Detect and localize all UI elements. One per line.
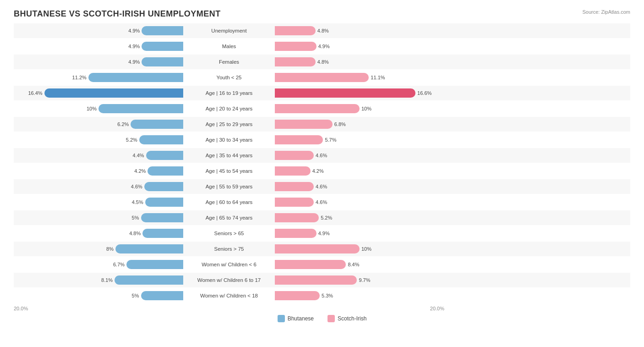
value-left: 4.6%: [131, 184, 142, 189]
bar-right-container: 5.3%: [275, 291, 444, 300]
bar-left-container: 5%: [14, 291, 183, 300]
row-label: Age | 35 to 44 years: [183, 153, 275, 158]
bar-right: 11.1%: [275, 73, 369, 82]
bar-right-container: 10%: [275, 244, 444, 253]
bar-left-container: 4.2%: [14, 166, 183, 176]
value-right: 11.1%: [371, 75, 385, 80]
bar-right: 10%: [275, 104, 360, 113]
bar-right-container: 11.1%: [275, 73, 444, 82]
value-right: 10%: [361, 106, 371, 111]
chart-row: 8.1% Women w/ Children 6 to 17 9.7%: [14, 273, 630, 287]
chart-row: 5% Women w/ Children < 18 5.3%: [14, 288, 630, 303]
legend: Bhutanese Scotch-Irish: [14, 315, 630, 322]
bar-right-container: 4.9%: [275, 42, 444, 51]
axis-row: 20.0% 20.0%: [14, 306, 630, 311]
chart-row: 10% Age | 20 to 24 years 10%: [14, 101, 630, 116]
bar-left: 4.9%: [142, 57, 183, 66]
chart-row: 5% Age | 65 to 74 years 5.2%: [14, 210, 630, 225]
bar-left-container: 4.4%: [14, 151, 183, 160]
bar-left-container: 4.9%: [14, 57, 183, 66]
bar-left-container: 11.2%: [14, 73, 183, 82]
row-label: Age | 30 to 34 years: [183, 137, 275, 143]
bar-right-container: 4.9%: [275, 229, 444, 238]
chart-row: 5.2% Age | 30 to 34 years 5.7%: [14, 132, 630, 147]
value-left: 4.9%: [128, 28, 140, 33]
bar-left: 8%: [115, 244, 183, 253]
bar-right-container: 9.7%: [275, 275, 444, 285]
bar-left: 4.9%: [142, 42, 183, 51]
axis-right-label: 20.0%: [275, 306, 444, 311]
value-right: 4.8%: [317, 59, 329, 65]
chart-row: 8% Seniors > 75 10%: [14, 242, 630, 256]
bar-left: 4.6%: [144, 182, 183, 191]
bar-right: 5.2%: [275, 213, 319, 222]
bar-left-container: 6.2%: [14, 120, 183, 129]
row-label: Seniors > 75: [183, 246, 275, 252]
bar-left-container: 4.6%: [14, 182, 183, 191]
chart-row: 6.2% Age | 25 to 29 years 6.8%: [14, 117, 630, 132]
value-left: 4.8%: [129, 231, 141, 236]
chart-title: BHUTANESE VS SCOTCH-IRISH UNEMPLOYMENT: [14, 9, 221, 19]
chart-row: 4.8% Seniors > 65 4.9%: [14, 226, 630, 241]
row-label: Age | 20 to 24 years: [183, 106, 275, 111]
value-left: 4.4%: [133, 153, 144, 158]
bar-left-container: 4.8%: [14, 229, 183, 238]
value-right: 4.6%: [316, 184, 327, 189]
row-label: Age | 16 to 19 years: [183, 90, 275, 96]
bar-left: 6.7%: [126, 260, 183, 269]
bar-right-container: 4.6%: [275, 182, 444, 191]
row-label: Age | 65 to 74 years: [183, 215, 275, 220]
row-label: Seniors > 65: [183, 231, 275, 236]
bar-left: 16.4%: [44, 88, 183, 98]
bar-left-container: 8.1%: [14, 275, 183, 285]
bar-left: 10%: [98, 104, 183, 113]
row-label: Women w/ Children < 6: [183, 262, 275, 267]
row-label: Males: [183, 44, 275, 49]
row-label: Age | 45 to 54 years: [183, 168, 275, 174]
legend-pink-label: Scotch-Irish: [338, 315, 366, 322]
bar-left: 8.1%: [115, 275, 183, 285]
bar-right-container: 4.8%: [275, 57, 444, 66]
bar-right: 4.9%: [275, 229, 317, 238]
chart-row: 16.4% Age | 16 to 19 years 16.6%: [14, 86, 630, 100]
bar-left: 4.5%: [145, 198, 183, 207]
value-left: 8.1%: [101, 277, 113, 283]
bar-left: 4.2%: [147, 166, 183, 176]
page-container: BHUTANESE VS SCOTCH-IRISH UNEMPLOYMENT S…: [14, 9, 630, 322]
bar-right-container: 16.6%: [275, 88, 444, 98]
bar-right: 4.8%: [275, 57, 316, 66]
legend-blue-item: Bhutanese: [278, 315, 314, 322]
value-right: 4.9%: [318, 231, 330, 236]
value-left: 6.2%: [117, 121, 129, 127]
value-right: 5.3%: [322, 293, 333, 298]
value-right: 16.6%: [417, 90, 431, 96]
value-left: 4.9%: [128, 59, 140, 65]
bar-left-container: 16.4%: [14, 88, 183, 98]
value-left: 11.2%: [72, 75, 87, 80]
chart-row: 4.2% Age | 45 to 54 years 4.2%: [14, 164, 630, 178]
bar-right: 4.2%: [275, 166, 311, 176]
row-label: Females: [183, 59, 275, 65]
chart-row: 6.7% Women w/ Children < 6 8.4%: [14, 257, 630, 272]
bar-right: 4.8%: [275, 26, 316, 35]
row-label: Age | 25 to 29 years: [183, 121, 275, 127]
bar-right: 5.7%: [275, 135, 323, 144]
source-label: Source: ZipAtlas.com: [582, 9, 630, 15]
row-label: Youth < 25: [183, 75, 275, 80]
bar-left: 5.2%: [139, 135, 183, 144]
bar-left-container: 5%: [14, 213, 183, 222]
bar-right-container: 6.8%: [275, 120, 444, 129]
value-left: 10%: [87, 106, 97, 111]
value-right: 4.9%: [318, 44, 330, 49]
value-right: 4.8%: [317, 28, 329, 33]
chart-row: 4.9% Females 4.8%: [14, 55, 630, 69]
bar-left: 4.4%: [146, 151, 183, 160]
bar-left-container: 4.9%: [14, 26, 183, 35]
chart-row: 4.9% Males 4.9%: [14, 39, 630, 54]
bar-right: 9.7%: [275, 275, 357, 285]
bar-right-container: 4.6%: [275, 198, 444, 207]
bar-right: 10%: [275, 244, 360, 253]
value-right: 4.6%: [316, 153, 327, 158]
chart-row: 4.9% Unemployment 4.8%: [14, 23, 630, 38]
chart-row: 4.6% Age | 55 to 59 years 4.6%: [14, 179, 630, 194]
